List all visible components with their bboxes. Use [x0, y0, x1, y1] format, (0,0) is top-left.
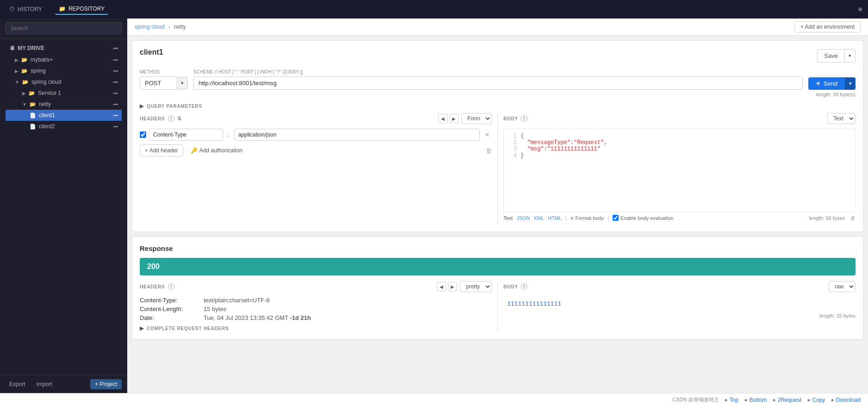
add-header-button[interactable]: + Add header: [140, 144, 183, 156]
send-dropdown-button[interactable]: ▾: [845, 77, 856, 90]
item-more-icon[interactable]: •••: [113, 69, 118, 74]
sidebar-item-client2[interactable]: 📄 client2 •••: [6, 121, 122, 132]
body-html-link[interactable]: HTML: [548, 215, 562, 221]
nav-history[interactable]: ⏱ HISTORY: [6, 4, 46, 14]
body-trash-icon[interactable]: 🗑: [850, 215, 856, 221]
sidebar-item-label: netty: [39, 101, 51, 107]
my-drive-header[interactable]: 🖥 MY DRIVE •••: [6, 42, 122, 54]
complete-request-headers[interactable]: ▶ COMPLETE REQUEST HEADERS: [140, 325, 492, 331]
sidebar-item-service1[interactable]: ▶ 📂 Service 1 •••: [6, 87, 122, 99]
header-value-input[interactable]: [234, 129, 480, 141]
copy-button[interactable]: ● Copy: [807, 397, 825, 403]
sidebar-content: 🖥 MY DRIVE ••• ▶ 📂 mybatis+ ••• ▶ 📂 spri…: [0, 38, 127, 136]
header-row: : ✕: [140, 129, 492, 141]
import-button[interactable]: Import: [33, 379, 56, 389]
sidebar-bottom: Export Import + Project: [0, 375, 127, 393]
body-text-link[interactable]: Text: [503, 215, 513, 221]
breadcrumb-parent[interactable]: spring cloud: [135, 24, 165, 30]
body-section-header: BODY ? Text: [503, 113, 856, 124]
item-more-icon[interactable]: •••: [113, 80, 118, 85]
sidebar-search-container: [0, 19, 127, 38]
sidebar-item-spring[interactable]: ▶ 📂 spring •••: [6, 65, 122, 76]
top-label: Top: [730, 397, 738, 403]
format-body-button[interactable]: ≡ Format body: [570, 215, 604, 221]
info-text: CSDN @青铜发鸠王: [672, 396, 719, 403]
resp-body-info-icon: ?: [521, 283, 527, 290]
my-drive-icon: 🖥: [9, 45, 15, 51]
my-drive-more-icon[interactable]: •••: [113, 46, 118, 51]
resp-headers-body: HEADERS ? ◀ ▶ pretty Content-Type: text/…: [140, 281, 856, 331]
nav-extra-icon[interactable]: ⊕: [858, 6, 862, 12]
body-json-link[interactable]: JSON: [516, 215, 530, 221]
add-authorization-button[interactable]: 🔑 Add authorization: [191, 147, 242, 154]
send-button[interactable]: ✈ Send: [808, 77, 845, 90]
sidebar-item-label: spring: [31, 68, 46, 74]
download-button[interactable]: ● Download: [831, 397, 861, 403]
export-button[interactable]: Export: [6, 379, 29, 389]
sidebar-item-label: spring cloud: [31, 79, 62, 85]
add-project-button[interactable]: + Project: [90, 379, 122, 389]
header-delete-button[interactable]: ✕: [483, 130, 492, 139]
sort-icon[interactable]: ⇅: [177, 116, 182, 122]
breadcrumb-separator: ›: [168, 24, 170, 30]
top-button[interactable]: ● Top: [725, 397, 739, 403]
add-environment-button[interactable]: + Add an environment: [794, 21, 861, 32]
resp-arrow-right-button[interactable]: ▶: [448, 282, 457, 291]
bottom-label: Bottom: [749, 397, 767, 403]
sidebar-item-netty[interactable]: ▼ 📂 netty •••: [6, 99, 122, 110]
arrow-right-button[interactable]: ▶: [449, 114, 459, 123]
save-button-group: Save ▾: [817, 49, 856, 62]
method-dropdown-button[interactable]: ▾: [177, 77, 188, 89]
request2-button[interactable]: ● 2Request: [772, 397, 801, 403]
url-section: SCHEME // HOST [ ":" PORT ] [ PATH [ "?"…: [193, 69, 803, 90]
header-key-input[interactable]: [149, 129, 223, 141]
main-content: spring cloud › netty + Add an environmen…: [127, 19, 868, 393]
text-dropdown[interactable]: Text: [827, 113, 856, 124]
enable-eval-toggle[interactable]: Enable body evaluation: [613, 215, 673, 221]
body-code-editor[interactable]: 1{ 2 "messageType": "Request", 3 "msg": …: [503, 129, 856, 212]
key-icon: 🔑: [191, 147, 198, 154]
header-checkbox[interactable]: [140, 131, 146, 138]
my-drive-label: MY DRIVE: [18, 45, 44, 51]
headers-label: HEADERS: [140, 116, 165, 121]
item-more-icon[interactable]: •••: [113, 124, 118, 129]
sidebar-item-spring-cloud[interactable]: ▼ 📂 spring cloud •••: [6, 76, 122, 87]
enable-eval-checkbox[interactable]: [613, 215, 619, 221]
query-params-row[interactable]: ▶ QUERY PARAMETERS: [140, 99, 856, 113]
body-xml-link[interactable]: XML: [534, 215, 545, 221]
url-input[interactable]: [193, 76, 803, 90]
pretty-dropdown[interactable]: pretty: [460, 281, 492, 292]
top-navigation: ⏱ HISTORY 📁 REPOSITORY ⊕: [0, 0, 868, 19]
sidebar-item-client1[interactable]: 📄 client1 •••: [6, 110, 122, 121]
body-nav-arrows: Text: [827, 113, 856, 124]
item-more-icon[interactable]: •••: [113, 91, 118, 96]
method-input[interactable]: [140, 76, 177, 90]
headers-trash-button[interactable]: 🗑: [486, 147, 492, 154]
save-button[interactable]: Save: [817, 49, 845, 62]
method-section: METHOD ▾: [140, 69, 188, 90]
folder-icon: 📂: [21, 68, 28, 74]
raw-dropdown[interactable]: raw: [829, 281, 856, 292]
resp-body-label: BODY: [503, 284, 518, 289]
breadcrumb-child: netty: [174, 24, 186, 30]
send-button-group: ✈ Send ▾: [808, 77, 856, 90]
search-input[interactable]: [6, 22, 122, 34]
headers-info-icon: ?: [168, 115, 174, 122]
arrow-left-button[interactable]: ◀: [438, 114, 447, 123]
form-dropdown[interactable]: Form: [461, 113, 492, 124]
resp-arrow-left-button[interactable]: ◀: [437, 282, 446, 291]
item-more-icon[interactable]: •••: [113, 113, 118, 118]
resp-byte-length: length: 15 bytes: [503, 313, 856, 319]
bottom-button[interactable]: ● Bottom: [744, 397, 767, 403]
sidebar-item-label: client2: [39, 123, 55, 130]
headers-section-header: HEADERS ? ⇅ ◀ ▶ Form: [140, 113, 492, 124]
download-label: Download: [836, 397, 861, 403]
save-dropdown-button[interactable]: ▾: [845, 49, 856, 62]
header-actions: + Add header 🔑 Add authorization 🗑: [140, 144, 492, 156]
sidebar-item-mybatis[interactable]: ▶ 📂 mybatis+ •••: [6, 54, 122, 65]
item-more-icon[interactable]: •••: [113, 57, 118, 62]
code-line-2: 2 "messageType": "Request",: [508, 139, 851, 146]
colon-separator: :: [228, 131, 229, 138]
item-more-icon[interactable]: •••: [113, 102, 118, 107]
nav-repository[interactable]: 📁 REPOSITORY: [55, 4, 108, 15]
